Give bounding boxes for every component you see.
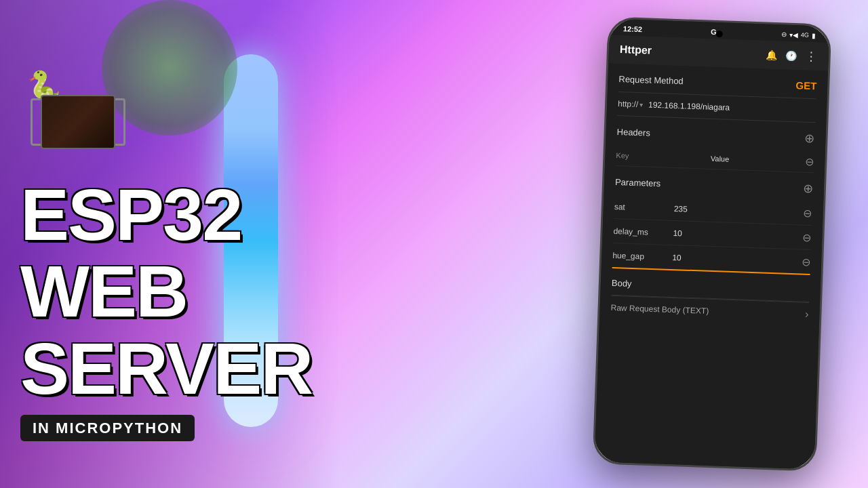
subtitle-badge: IN MICROPYTHON xyxy=(20,415,195,441)
app-title: Httper xyxy=(620,43,652,57)
body-label: Body xyxy=(612,278,632,289)
more-menu-icon[interactable]: ⋮ xyxy=(804,49,818,64)
status-battery-icon: ▮ xyxy=(812,31,816,39)
header-value-field[interactable]: Value xyxy=(711,154,800,165)
protocol-selector[interactable]: http:// ▾ xyxy=(618,99,643,109)
status-alarm-icon: ⊖ xyxy=(781,30,787,38)
phone-frame: 12:52 G ⊖ ▾◀ 4G ▮ Httper 🔔 🕐 ⋮ xyxy=(593,16,832,471)
headers-label: Headers xyxy=(616,127,650,138)
main-title: ESP32 WEB SERVER IN MICROPYTHON xyxy=(20,176,312,441)
request-method-value[interactable]: GET xyxy=(795,79,816,92)
remove-header-button[interactable]: ⊖ xyxy=(805,155,814,168)
raw-body-chevron: › xyxy=(805,308,809,321)
params-label: Parameters xyxy=(615,176,661,188)
title-line2: WEB xyxy=(20,253,312,329)
title-line3: SERVER xyxy=(20,330,312,407)
param-value-hue-gap[interactable]: 10 xyxy=(672,252,796,266)
param-value-delay-ms[interactable]: 10 xyxy=(673,228,797,241)
url-address[interactable]: 192.168.1.198/niagara xyxy=(648,100,816,116)
app-bar-icons: 🔔 🕐 ⋮ xyxy=(765,47,818,64)
status-signal-icon: 4G xyxy=(801,31,809,38)
status-time: 12:52 xyxy=(623,24,643,33)
status-wifi-icon: ▾◀ xyxy=(789,30,798,38)
notification-icon[interactable]: 🔔 xyxy=(766,49,778,61)
history-icon[interactable]: 🕐 xyxy=(785,50,797,62)
param-value-sat[interactable]: 235 xyxy=(674,204,798,218)
phone: 12:52 G ⊖ ▾◀ 4G ▮ Httper 🔔 🕐 ⋮ xyxy=(593,16,832,471)
add-header-button[interactable]: ⊕ xyxy=(804,131,815,146)
param-key-hue-gap[interactable]: hue_gap xyxy=(612,250,667,262)
chip-body xyxy=(41,95,115,149)
param-key-sat[interactable]: sat xyxy=(614,201,669,213)
header-key-field[interactable]: Key xyxy=(616,150,705,162)
remove-param-hue-gap[interactable]: ⊖ xyxy=(802,256,811,268)
esp32-chip xyxy=(20,75,142,169)
protocol-text: http:// xyxy=(618,99,639,109)
remove-param-delay-ms[interactable]: ⊖ xyxy=(802,231,812,244)
param-key-delay-ms[interactable]: delay_ms xyxy=(613,226,667,237)
phone-screen: 12:52 G ⊖ ▾◀ 4G ▮ Httper 🔔 🕐 ⋮ xyxy=(595,19,830,470)
raw-body-label: Raw Request Body (TEXT) xyxy=(610,303,709,316)
request-method-label: Request Method xyxy=(618,74,684,86)
add-param-button[interactable]: ⊕ xyxy=(803,181,814,197)
title-line1: ESP32 xyxy=(20,176,312,253)
status-icons: ⊖ ▾◀ 4G ▮ xyxy=(781,30,816,39)
camera-hole xyxy=(716,30,723,37)
app-content: Request Method GET http:// ▾ 192.168.1.1… xyxy=(595,64,828,470)
remove-param-sat[interactable]: ⊖ xyxy=(803,207,812,220)
protocol-chevron: ▾ xyxy=(639,101,643,108)
